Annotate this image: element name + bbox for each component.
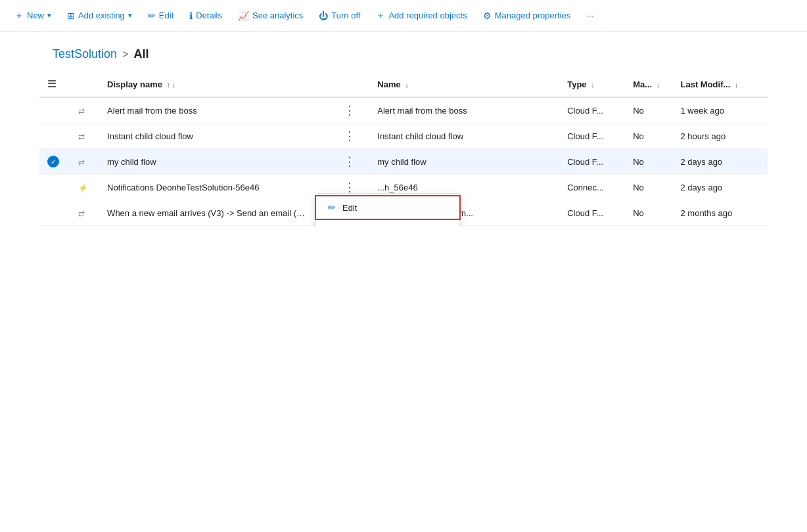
col-header-name[interactable]: Name ↓ [369, 72, 559, 97]
modif-sort-icon: ↓ [735, 81, 739, 89]
add-existing-button[interactable]: ⊞ Add existing ▾ [60, 7, 139, 25]
row-name: Alert mail from the boss [369, 97, 559, 123]
row-check-cell[interactable] [39, 175, 70, 200]
table-row: ⇄ Instant child cloud flow ⋮ Instant chi… [39, 123, 768, 149]
row-modified: 1 week ago [672, 97, 768, 123]
row-name: Instant child cloud flow [369, 123, 559, 149]
sort-desc-icon: ↓ [172, 81, 176, 89]
row-display-name[interactable]: Notifications DeonheTestSolution-56e46 [99, 175, 333, 200]
row-type: Cloud F... [559, 200, 625, 226]
new-button[interactable]: ＋ New ▾ [8, 6, 58, 26]
more-button[interactable]: ··· [580, 7, 600, 24]
list-icon: ☰ [47, 78, 56, 89]
row-check-cell[interactable] [39, 97, 70, 123]
col-header-icon [70, 72, 99, 97]
col-header-display[interactable]: Display name ↑↓ [99, 72, 333, 97]
turn-off-button[interactable]: ⏻ Turn off [312, 7, 367, 25]
power-icon: ⏻ [319, 11, 328, 21]
row-modified: 2 days ago [672, 149, 768, 175]
add-existing-icon: ⊞ [67, 11, 75, 21]
table-container: ☰ Display name ↑↓ Name ↓ Type ↓ Ma... ↓ … [0, 72, 807, 226]
chevron-down-icon: ▾ [47, 11, 51, 20]
row-type-icon-cell: ⇄ [70, 123, 99, 149]
table-row: ✓ ⇄ my child flow ⋮ my child flow Cloud … [39, 149, 768, 175]
row-display-name[interactable]: Instant child cloud flow [99, 123, 333, 149]
row-dots-cell[interactable]: ⋮ [333, 97, 370, 123]
breadcrumb-current: All [133, 47, 149, 61]
row-name: my child flow [369, 149, 559, 175]
add-icon: ＋ [376, 10, 385, 22]
ma-sort-icon: ↓ [657, 81, 660, 89]
details-button[interactable]: ℹ Details [183, 7, 229, 25]
edit-icon: ✏ [327, 202, 337, 213]
col-header-modif[interactable]: Last Modif... ↓ [672, 72, 768, 97]
ctx-label: Edit [342, 203, 357, 213]
row-check-cell[interactable]: ✓ [39, 149, 70, 175]
row-type-icon: ⇄ [78, 158, 85, 167]
row-more-button[interactable]: ⋮ [341, 104, 358, 116]
plus-icon: ＋ [14, 10, 24, 22]
row-more-button[interactable]: ⋮ [341, 181, 358, 193]
row-more-button[interactable]: ⋮ [341, 156, 358, 167]
row-dots-cell[interactable]: ⋮ [333, 123, 370, 149]
analytics-icon: 📈 [238, 11, 249, 21]
info-icon: ℹ [189, 11, 193, 21]
row-type-icon: ⇄ [78, 106, 85, 116]
managed-properties-button[interactable]: ⚙ Managed properties [476, 7, 578, 25]
see-analytics-button[interactable]: 📈 See analytics [231, 7, 310, 25]
row-modified: 2 hours ago [672, 123, 768, 149]
row-display-name[interactable]: Alert mail from the boss [99, 97, 333, 123]
edit-button[interactable]: ✏ Edit [141, 7, 180, 25]
breadcrumb: TestSolution > All [0, 32, 807, 72]
row-more-button[interactable]: ⋮ [341, 130, 358, 142]
details-icon: ℹ [327, 225, 337, 226]
row-type-icon: ⇄ [78, 132, 85, 141]
row-type-icon-cell: ⇄ [70, 149, 99, 175]
row-modified: 2 days ago [672, 175, 768, 200]
table-header-row: ☰ Display name ↑↓ Name ↓ Type ↓ Ma... ↓ … [39, 72, 768, 97]
col-header-dots [333, 72, 370, 97]
check-icon: ✓ [47, 156, 59, 167]
col-header-check: ☰ [39, 72, 70, 97]
row-type-icon-cell: ⇄ [70, 97, 99, 123]
type-sort-icon: ↓ [591, 81, 595, 89]
row-type-icon: ⇄ [78, 209, 85, 218]
ctx-label: Details [342, 225, 369, 227]
name-sort-icon: ↓ [405, 81, 409, 89]
row-check-cell[interactable] [39, 200, 70, 226]
toolbar: ＋ New ▾ ⊞ Add existing ▾ ✏ Edit ℹ Detail… [0, 0, 807, 32]
row-type: Cloud F... [559, 123, 625, 149]
sort-asc-icon: ↑ [167, 81, 171, 89]
row-type: Connec... [559, 175, 625, 200]
ctx-item-edit[interactable]: ✏ Edit [316, 196, 459, 219]
row-dots-cell[interactable]: ⋮ [333, 149, 370, 175]
chevron-down-icon: ▾ [128, 11, 132, 20]
table-row: ⇄ Alert mail from the boss ⋮ Alert mail … [39, 97, 768, 123]
row-type: Cloud F... [559, 97, 625, 123]
row-display-name[interactable]: When a new email arrives (V3) -> Send an… [99, 200, 333, 226]
row-ma: No [625, 97, 672, 123]
row-ma: No [625, 123, 672, 149]
row-ma: No [625, 149, 672, 175]
row-ma: No [625, 200, 672, 226]
row-type-icon-cell: ⇄ [70, 200, 99, 226]
add-required-button[interactable]: ＋ Add required objects [369, 6, 473, 26]
breadcrumb-separator: > [122, 49, 128, 60]
row-modified: 2 months ago [672, 200, 768, 226]
col-header-type[interactable]: Type ↓ [559, 72, 625, 97]
gear-icon: ⚙ [483, 11, 492, 21]
row-check-cell[interactable] [39, 123, 70, 149]
ctx-item-details[interactable]: ℹ Details [316, 219, 459, 226]
row-type-icon: ⚡ [78, 183, 88, 192]
breadcrumb-parent[interactable]: TestSolution [53, 47, 117, 61]
row-display-name[interactable]: my child flow [99, 149, 333, 175]
edit-icon: ✏ [148, 11, 156, 21]
row-ma: No [625, 175, 672, 200]
row-type: Cloud F... [559, 149, 625, 175]
context-menu: ✏ Edit ℹ Details 📈 See analytics ⏻ Turn … [315, 193, 460, 226]
row-type-icon-cell: ⚡ [70, 175, 99, 200]
col-header-ma[interactable]: Ma... ↓ [625, 72, 672, 97]
